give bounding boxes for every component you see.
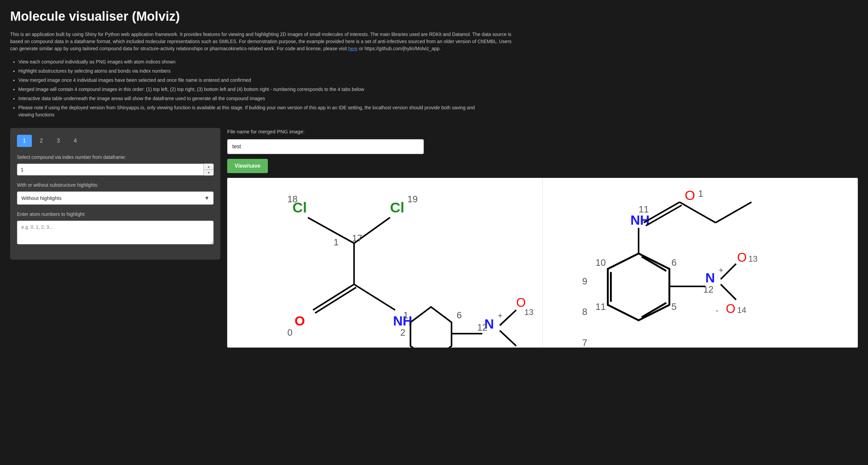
svg-text:O: O (295, 313, 305, 328)
svg-text:6: 6 (457, 310, 462, 320)
svg-text:O: O (726, 302, 735, 316)
compound-select-label: Select compound via index number from da… (17, 154, 214, 161)
feature-item: View merged image once 4 individual imag… (18, 77, 485, 84)
svg-text:19: 19 (408, 193, 418, 204)
svg-text:+: + (718, 265, 723, 275)
molecule-image-area: Cl 18 Cl 19 O 0 (227, 178, 858, 348)
right-panel: File name for merged PNG image: View/sav… (227, 128, 858, 348)
svg-text:N: N (705, 270, 715, 285)
description-text: This is an application built by using Sh… (10, 31, 519, 52)
highlights-select-input[interactable]: Without highlightsWith highlights (17, 191, 214, 205)
svg-text:12: 12 (477, 322, 487, 332)
compound-number-input[interactable] (17, 164, 214, 175)
tab-3[interactable]: 3 (51, 135, 66, 147)
feature-item: Please note if using the deployed versio… (18, 104, 485, 118)
atom-numbers-input[interactable] (17, 221, 214, 244)
page-title: Molecule visualiser (Molviz) (10, 7, 858, 26)
svg-text:11: 11 (638, 204, 649, 214)
svg-line-52 (679, 202, 715, 223)
tab-1[interactable]: 1 (17, 135, 32, 147)
github-link[interactable]: here (348, 46, 358, 51)
svg-line-40 (642, 256, 666, 271)
spinner-up-btn[interactable]: ▲ (204, 164, 214, 170)
molecule-svg-2: 9 8 7 10 11 6 5 (546, 182, 854, 348)
svg-text:6: 6 (671, 257, 676, 268)
molecule-grid: Cl 18 Cl 19 O 0 (227, 178, 858, 348)
feature-item: Interactive data table underneath the im… (18, 95, 485, 102)
svg-line-4 (308, 217, 354, 243)
highlights-select-label: With or without substructure highlights: (17, 182, 214, 189)
tabs-container: 1234 (17, 135, 214, 147)
svg-line-29 (500, 330, 516, 346)
feature-item: Highlight substructures by selecting ato… (18, 68, 485, 75)
svg-text:13: 13 (748, 254, 757, 263)
features-list: View each compound individually as PNG i… (10, 58, 485, 118)
svg-text:10: 10 (595, 257, 606, 268)
molecule-cell-1: Cl 18 Cl 19 O 0 (227, 178, 542, 348)
svg-text:0: 0 (287, 327, 292, 337)
feature-item: View each compound individually as PNG i… (18, 58, 485, 66)
svg-text:11: 11 (595, 301, 606, 312)
svg-line-53 (715, 202, 751, 223)
svg-line-61 (721, 284, 736, 299)
svg-text:14: 14 (737, 305, 746, 315)
main-layout: 1234 Select compound via index number fr… (10, 128, 858, 348)
molecule-svg-1: Cl 18 Cl 19 O 0 (231, 182, 539, 348)
svg-text:+: + (498, 311, 502, 320)
svg-text:8: 8 (582, 306, 587, 317)
svg-line-50 (646, 205, 682, 226)
compound-number-wrapper: ▲ ▼ (17, 164, 214, 175)
svg-text:5: 5 (671, 301, 676, 312)
svg-text:12: 12 (703, 284, 713, 294)
svg-text:13: 13 (525, 308, 534, 317)
highlights-select-wrapper: Without highlightsWith highlights ▼ (17, 191, 214, 205)
svg-marker-15 (411, 307, 452, 348)
svg-text:NH: NH (393, 313, 412, 328)
svg-text:18: 18 (287, 193, 297, 204)
svg-line-11 (354, 284, 395, 310)
spinner-down-btn[interactable]: ▼ (204, 170, 214, 175)
svg-text:Cl: Cl (390, 199, 404, 215)
svg-text:-: - (715, 305, 718, 315)
file-name-input[interactable] (227, 139, 424, 154)
left-panel: 1234 Select compound via index number fr… (10, 128, 220, 260)
file-name-label: File name for merged PNG image: (227, 128, 858, 136)
compound-select-group: Select compound via index number from da… (17, 154, 214, 175)
feature-item: Merged image will contain 4 compound ima… (18, 86, 485, 93)
spinner-buttons: ▲ ▼ (203, 164, 214, 175)
svg-text:O: O (685, 188, 695, 203)
svg-text:1: 1 (403, 310, 408, 320)
molecule-cell-2: 9 8 7 10 11 6 5 (542, 178, 858, 348)
tab-2[interactable]: 2 (34, 135, 49, 147)
svg-text:1: 1 (334, 237, 339, 247)
svg-text:2: 2 (400, 327, 405, 337)
svg-text:O: O (737, 250, 747, 264)
atom-numbers-label: Enter atom numbers to highlight: (17, 211, 214, 218)
svg-line-41 (642, 303, 666, 317)
svg-line-8 (315, 287, 356, 313)
svg-line-7 (313, 284, 354, 310)
highlights-select-group: With or without substructure highlights:… (17, 182, 214, 205)
svg-text:7: 7 (582, 337, 587, 348)
svg-text:17: 17 (352, 232, 362, 243)
atom-numbers-group: Enter atom numbers to highlight: (17, 211, 214, 247)
view-save-button[interactable]: View/save (227, 159, 268, 173)
tab-4[interactable]: 4 (68, 135, 83, 147)
svg-text:1: 1 (698, 188, 703, 199)
svg-text:9: 9 (582, 276, 587, 286)
svg-marker-38 (608, 253, 670, 320)
